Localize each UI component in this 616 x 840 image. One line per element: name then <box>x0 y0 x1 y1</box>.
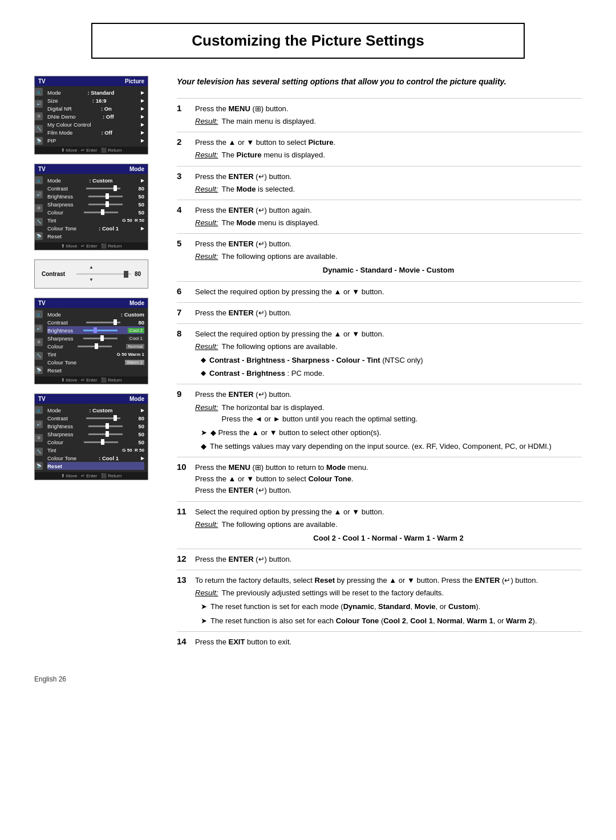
tv-icon-4-2: 🔊 <box>35 420 43 428</box>
mode2-row-brightness: Brightness Cool 2 <box>47 326 144 334</box>
tv-icon-4-3: ⚙ <box>35 434 43 442</box>
step-1-content: Press the MENU (⊞) button. Result:The ma… <box>195 103 582 127</box>
step-8-bullets: ◆Contrast - Brightness - Sharpness - Col… <box>201 355 582 379</box>
step-13: 13 To return the factory defaults, selec… <box>177 570 582 631</box>
step-11-result: The following options are available. <box>221 519 337 530</box>
mode2-row-colour: Colour Normal <box>47 342 144 350</box>
step-2-result: The Picture menu is displayed. <box>221 149 325 161</box>
step-12: 12 Press the ENTER (↵) button. <box>177 549 582 570</box>
mode2-row-tint: TintG 50 Warm 1 <box>47 350 144 358</box>
tv-menu-mode1-header: TV Mode <box>35 164 148 174</box>
step-2: 2 Press the ▲ or ▼ button to select Pict… <box>177 132 582 165</box>
contrast-row: Contrast 80 <box>42 271 141 277</box>
tv-menu-mode2-header: TV Mode <box>35 298 148 308</box>
step-2-result-label: Result: <box>195 149 218 161</box>
step-5-result: The following options are available. <box>221 251 337 262</box>
mode2-row-mode: Mode: Custom <box>47 310 144 318</box>
tv-menu-picture-header: TV Picture <box>35 76 148 86</box>
mode3-row-brightness: Brightness 50 <box>47 422 144 430</box>
mode3-row-reset: Reset <box>47 462 144 470</box>
step-14-exit-bold: EXIT <box>229 638 245 646</box>
tv-menu-picture-footer: ⬆ Move ↵ Enter ⬛ Return <box>35 147 148 154</box>
tv-icon-2: 🔊 <box>35 100 43 108</box>
step-6-content: Select the required option by pressing t… <box>195 286 582 298</box>
step-7-enter-bold: ENTER <box>229 309 254 317</box>
mode1-row-reset: Reset <box>47 232 144 240</box>
step-10-content: Press the MENU (⊞) button to return to M… <box>195 462 582 496</box>
step-12-enter-bold: ENTER <box>229 555 254 563</box>
menu-mode2-title: Mode <box>129 300 144 306</box>
step-11-result-label: Result: <box>195 519 218 530</box>
step-8: 8 Select the required option by pressing… <box>177 323 582 384</box>
step-9-note-2: ◆The settings values may vary depending … <box>201 441 582 452</box>
mode1-row-contrast: Contrast 80 <box>47 184 144 192</box>
step-10-num: 10 <box>177 462 188 472</box>
contrast-arrows: ▲ <box>42 265 141 270</box>
menu-row-mycolour: My Colour Control▶ <box>47 120 144 128</box>
tv-menu-mode1-footer: ⬆ Move ↵ Enter ⬛ Return <box>35 242 148 250</box>
contrast-standalone: ▲ Contrast 80 ▼ <box>34 259 148 289</box>
step-13-enter-bold: ENTER <box>475 576 500 585</box>
bullet-8-1: ◆Contrast - Brightness - Sharpness - Col… <box>201 355 582 366</box>
tv-menu-mode1: TV Mode 📺 🔊 ⚙ 🔧 📡 Mode: Custom▶ Contrast <box>34 164 148 250</box>
tv-icon-4-5: 📡 <box>35 462 43 470</box>
mode1-row-colourtone: Colour Tone: Cool 1▶ <box>47 224 144 232</box>
mode2-row-sharpness: Sharpness Cool 1 <box>47 334 144 342</box>
mode1-row-sharpness: Sharpness 50 <box>47 200 144 208</box>
step-10: 10 Press the MENU (⊞) button to return t… <box>177 457 582 501</box>
tv-icon-1: 📺 <box>35 88 43 96</box>
tv-menu-mode3-header: TV Mode <box>35 394 148 404</box>
step-3-content: Press the ENTER (↵) button. Result:The M… <box>195 171 582 195</box>
tv-menu-picture: TV Picture 📺 🔊 ⚙ 🔧 📡 Mode: Standard▶ Siz… <box>34 76 148 155</box>
step-4-result: The Mode menu is displayed. <box>221 217 319 229</box>
step-1: 1 Press the MENU (⊞) button. Result:The … <box>177 98 582 132</box>
mode3-row-mode: Mode: Custom▶ <box>47 406 144 414</box>
mode3-row-colourtone: Colour Tone: Cool 1▶ <box>47 454 144 462</box>
step-5: 5 Press the ENTER (↵) button. Result:The… <box>177 233 582 281</box>
menu-row-film: Film Mode: Off▶ <box>47 128 144 136</box>
step-14-content: Press the EXIT button to exit. <box>195 636 582 648</box>
step-9-result: The horizontal bar is displayed.Press th… <box>221 402 418 425</box>
step-11: 11 Select the required option by pressin… <box>177 501 582 549</box>
step-3-num: 3 <box>177 171 188 181</box>
step-13-result: The previously adjusted settings will be… <box>221 587 443 599</box>
contrast-thumb <box>124 271 128 278</box>
tv-icon-4-1: 📺 <box>35 406 43 414</box>
tv-menu-mode3: TV Mode 📺 🔊 ⚙ 🔧 📡 Mode: Custom▶ Contrast <box>34 393 148 480</box>
menu-row-dnie: DNIe Demo: Off▶ <box>47 112 144 120</box>
contrast-label: Contrast <box>42 271 73 277</box>
tv-icon-2-3: ⚙ <box>35 204 43 212</box>
step-13-result-label: Result: <box>195 587 218 599</box>
tv-icon-4: 🔧 <box>35 125 43 133</box>
step-13-num: 13 <box>177 575 188 585</box>
tv-icon-3-1: 📺 <box>35 310 43 318</box>
tv-icon-2-4: 🔧 <box>35 218 43 226</box>
tv-icon-3-2: 🔊 <box>35 324 43 332</box>
contrast-track <box>76 273 131 275</box>
mode3-row-sharpness: Sharpness 50 <box>47 430 144 438</box>
step-5-num: 5 <box>177 238 188 248</box>
bullet-8-1-text: Contrast - Brightness - Sharpness - Colo… <box>209 355 423 366</box>
tv-label-3: TV <box>38 300 46 306</box>
mode1-row-tint: TintG 50 R 50 <box>47 216 144 224</box>
contrast-arrows-down: ▼ <box>42 277 141 282</box>
step-6: 6 Select the required option by pressing… <box>177 281 582 302</box>
menu-row-mode: Mode: Standard▶ <box>47 88 144 96</box>
step-9-note-2-text: The settings values may vary depending o… <box>210 441 552 452</box>
mode3-row-tint: TintG 50 R 50 <box>47 446 144 454</box>
step-9-content: Press the ENTER (↵) button. Result:The h… <box>195 389 582 452</box>
step-13-note-2-text: The reset function is also set for each … <box>210 615 537 627</box>
step-5-result-label: Result: <box>195 251 218 262</box>
tv-icon-4-4: 🔧 <box>35 448 43 456</box>
step-3-result: The Mode is selected. <box>221 184 295 195</box>
step-11-cool: Cool 2 - Cool 1 - Normal - Warm 1 - Warm… <box>195 533 582 544</box>
step-13-reset-bold: Reset <box>315 576 335 585</box>
tv-icon-col-3: 📺 🔊 ⚙ 🔧 📡 <box>35 308 43 376</box>
step-5-enter-bold: ENTER <box>229 240 254 248</box>
step-14: 14 Press the EXIT button to exit. <box>177 631 582 652</box>
mode2-row-contrast: Contrast 80 <box>47 318 144 326</box>
step-13-content: To return the factory defaults, select R… <box>195 575 582 627</box>
step-3-result-label: Result: <box>195 184 218 195</box>
step-9: 9 Press the ENTER (↵) button. Result:The… <box>177 384 582 457</box>
step-9-num: 9 <box>177 389 188 399</box>
